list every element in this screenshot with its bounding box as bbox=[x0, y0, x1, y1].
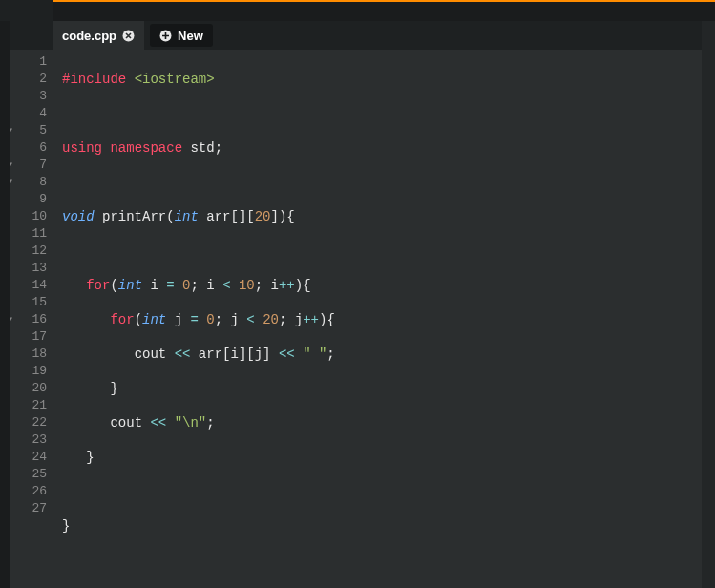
line-number: 2 bbox=[10, 71, 47, 88]
tab-new[interactable]: New bbox=[150, 24, 213, 47]
line-number: 9 bbox=[10, 191, 47, 208]
code-line bbox=[62, 105, 702, 122]
code-line bbox=[62, 552, 702, 569]
plus-icon bbox=[159, 30, 172, 42]
line-number: 24 bbox=[10, 449, 47, 466]
line-number: 25 bbox=[10, 466, 47, 483]
line-number: 26 bbox=[10, 483, 47, 500]
line-number: 14 bbox=[10, 277, 47, 294]
code-line: #include <iostream> bbox=[62, 71, 702, 88]
code-line: using namespace std; bbox=[62, 139, 702, 157]
line-number: 6 bbox=[10, 139, 47, 157]
line-number: 1 bbox=[10, 53, 47, 71]
line-number: 17 bbox=[10, 328, 47, 346]
line-number: 20 bbox=[10, 380, 47, 397]
line-number: 18 bbox=[10, 346, 47, 363]
code-line: for(int j = 0; j < 20; j++){ bbox=[62, 311, 702, 328]
tab-file[interactable]: code.cpp bbox=[53, 21, 144, 50]
code-line: } bbox=[62, 449, 702, 466]
line-number: 15 bbox=[10, 294, 47, 311]
code-line bbox=[62, 483, 702, 500]
code-area[interactable]: 1234567891011121314151617181920212223242… bbox=[10, 50, 702, 588]
tab-file-label: code.cpp bbox=[62, 29, 116, 43]
line-number: 4 bbox=[10, 105, 47, 122]
code-line: cout << "\n"; bbox=[62, 414, 702, 431]
code-line: void printArr(int arr[][20]){ bbox=[62, 208, 702, 225]
editor: code.cpp New 123456789101112131415161718… bbox=[10, 21, 702, 588]
code-line: cout << arr[i][j] << " "; bbox=[62, 346, 702, 363]
code-line bbox=[62, 174, 702, 191]
workspace: code.cpp New 123456789101112131415161718… bbox=[0, 21, 715, 588]
line-number: 27 bbox=[10, 500, 47, 517]
line-number: 3 bbox=[10, 88, 47, 105]
line-number: 8 bbox=[10, 174, 47, 191]
code-line: for(int i = 0; i < 10; i++){ bbox=[62, 277, 702, 294]
tab-new-label: New bbox=[178, 29, 203, 43]
line-number: 23 bbox=[10, 431, 47, 449]
line-number: 19 bbox=[10, 363, 47, 380]
line-number: 5 bbox=[10, 122, 47, 139]
left-margin bbox=[0, 21, 10, 588]
code-line bbox=[62, 242, 702, 260]
line-number: 21 bbox=[10, 397, 47, 414]
top-strip bbox=[53, 0, 715, 21]
line-number: 13 bbox=[10, 260, 47, 277]
line-number: 10 bbox=[10, 208, 47, 225]
code[interactable]: #include <iostream> using namespace std;… bbox=[53, 50, 702, 588]
line-number: 11 bbox=[10, 225, 47, 242]
tab-bar: code.cpp New bbox=[10, 21, 702, 50]
scrollbar-vertical[interactable] bbox=[702, 21, 715, 588]
line-number: 22 bbox=[10, 414, 47, 431]
code-line: } bbox=[62, 517, 702, 535]
line-number: 7 bbox=[10, 157, 47, 174]
gutter: 1234567891011121314151617181920212223242… bbox=[10, 50, 53, 588]
close-icon[interactable] bbox=[122, 30, 135, 42]
code-line: } bbox=[62, 380, 702, 397]
line-number: 12 bbox=[10, 242, 47, 260]
line-number: 16 bbox=[10, 311, 47, 328]
